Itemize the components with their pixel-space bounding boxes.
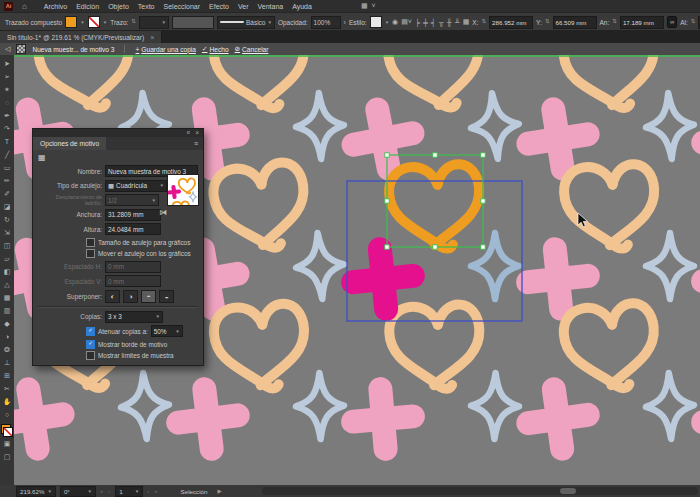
collapse-panel-icon[interactable]: «: [187, 130, 191, 137]
tool-rotate[interactable]: ↻: [0, 213, 14, 226]
tool-width[interactable]: ◫: [0, 239, 14, 252]
overlap-left-icon[interactable]: ◐: [105, 290, 120, 303]
show-edge-row[interactable]: ✓ Mostrar borde de motivo: [86, 340, 198, 349]
tool-shape-builder[interactable]: ◧: [0, 265, 14, 278]
cancel-button[interactable]: ⊘Cancelar: [235, 45, 269, 53]
document-setup-icon[interactable]: ▤˅: [401, 18, 412, 26]
stroke-none-swatch[interactable]: [88, 16, 100, 28]
tool-magic-wand[interactable]: ✶: [0, 83, 14, 96]
tool-pen[interactable]: ✒: [0, 109, 14, 122]
prev-artboard-icon[interactable]: ‹: [108, 488, 111, 494]
tool-zoom[interactable]: ○: [0, 408, 14, 421]
artboard-number-dropdown[interactable]: 1▼: [115, 486, 143, 497]
y-stepper[interactable]: ⇅: [545, 19, 550, 25]
tool-symbol-sprayer[interactable]: ❂: [0, 343, 14, 356]
tile-width-input[interactable]: 31.2809 mm: [105, 209, 161, 221]
size-tile-checkbox-row[interactable]: Tamaño de azulejo para gráficos: [86, 238, 198, 247]
size-tile-checkbox[interactable]: [86, 238, 95, 247]
variable-width-dropdown[interactable]: [172, 16, 214, 29]
dim-copies-dropdown[interactable]: 50% ▼: [151, 325, 183, 337]
show-bounds-row[interactable]: Mostrar límites de muestra: [86, 351, 198, 360]
draw-mode-icon[interactable]: ▣: [0, 437, 14, 450]
tile-type-dropdown[interactable]: ▦ Cuadrícula ▼: [105, 180, 167, 192]
menu-ayuda[interactable]: Ayuda: [292, 3, 312, 10]
tool-direct-selection[interactable]: ➢: [0, 70, 14, 83]
constrain-proportions-icon[interactable]: ∞: [667, 16, 677, 28]
tool-line-segment[interactable]: ╱: [0, 148, 14, 161]
status-flyout-icon[interactable]: ▶: [217, 488, 221, 494]
screen-mode-icon[interactable]: ▢: [0, 450, 14, 463]
tool-shaper[interactable]: ✐: [0, 187, 14, 200]
align-top-icon[interactable]: ╥: [439, 19, 444, 26]
tool-eraser[interactable]: ◪: [0, 200, 14, 213]
done-button[interactable]: ✓Hecho: [202, 45, 229, 53]
tool-column-graph[interactable]: ⊥: [0, 356, 14, 369]
link-dimensions-icon[interactable]: ⧒: [159, 208, 167, 217]
stroke-caret-icon[interactable]: ▼: [103, 20, 107, 25]
tool-artboard[interactable]: ⊞: [0, 369, 14, 382]
tool-lasso[interactable]: ◌: [0, 96, 14, 109]
dim-copies-checkbox[interactable]: ✓: [86, 327, 95, 336]
tool-hand[interactable]: ✋: [0, 395, 14, 408]
menu-objeto[interactable]: Objeto: [108, 3, 129, 10]
scrollbar-thumb[interactable]: [560, 488, 576, 494]
tool-blend[interactable]: ◑: [0, 330, 14, 343]
recolor-artwork-icon[interactable]: ◉: [392, 18, 398, 26]
fill-caret-icon[interactable]: ▼: [80, 20, 84, 25]
tool-rectangle[interactable]: ▭: [0, 161, 14, 174]
tool-scale[interactable]: ⇲: [0, 226, 14, 239]
document-tab[interactable]: Sin título-1* @ 219.61 % (CMYK/Previsual…: [0, 31, 162, 43]
align-middle-icon[interactable]: ╫: [447, 19, 452, 26]
panel-menu-icon[interactable]: ≡: [194, 140, 203, 147]
show-edge-checkbox[interactable]: ✓: [86, 340, 95, 349]
tool-curvature[interactable]: ↷: [0, 122, 14, 135]
move-tile-checkbox[interactable]: [86, 249, 95, 258]
menu-edicion[interactable]: Edición: [76, 3, 99, 10]
tool-mesh[interactable]: ▦: [0, 291, 14, 304]
tile-height-input[interactable]: 24.0484 mm: [105, 223, 161, 235]
opacity-dropdown[interactable]: 100%: [311, 16, 341, 29]
menu-archivo[interactable]: Archivo: [44, 3, 67, 10]
tool-eyedropper[interactable]: ◆: [0, 317, 14, 330]
fill-stroke-indicator[interactable]: [1, 424, 13, 437]
dim-copies-row[interactable]: ✓ Atenuar copias a: 50% ▼: [86, 325, 198, 337]
align-right-icon[interactable]: ╡: [431, 19, 436, 26]
tool-paintbrush[interactable]: ✏: [0, 174, 14, 187]
menu-efecto[interactable]: Efecto: [209, 3, 229, 10]
menu-ver[interactable]: Ver: [238, 3, 249, 10]
last-artboard-icon[interactable]: »: [154, 488, 158, 494]
menu-ventana[interactable]: Ventana: [257, 3, 283, 10]
rotation-dropdown[interactable]: 0°▼: [60, 486, 96, 497]
show-bounds-checkbox[interactable]: [86, 351, 95, 360]
opacity-more-icon[interactable]: ›: [344, 19, 346, 26]
width-stepper[interactable]: ⇅: [612, 19, 617, 25]
style-caret-icon[interactable]: ▼: [385, 20, 389, 25]
align-left-icon[interactable]: ╞: [415, 19, 420, 26]
fill-swatch[interactable]: [65, 16, 77, 28]
panel-tab-title[interactable]: Opciones de motivo: [33, 137, 106, 150]
stroke-weight-dropdown[interactable]: ▼: [139, 16, 169, 29]
y-field[interactable]: 66.509 mm: [553, 16, 597, 29]
reference-point-icon[interactable]: ▦: [463, 18, 470, 26]
overlap-bottom-icon[interactable]: ◒: [159, 290, 174, 303]
tool-free-transform[interactable]: ▱: [0, 252, 14, 265]
overlap-right-icon[interactable]: ◑: [123, 290, 138, 303]
tool-type[interactable]: T: [0, 135, 14, 148]
overlap-top-icon[interactable]: ◓: [141, 290, 156, 303]
pattern-tile-tool-icon[interactable]: ▦: [38, 153, 48, 162]
tool-perspective-grid[interactable]: △: [0, 278, 14, 291]
style-swatch[interactable]: [370, 16, 382, 28]
horizontal-scrollbar[interactable]: [262, 487, 698, 495]
x-field[interactable]: 286.952 mm: [489, 16, 533, 29]
stroke-stepper[interactable]: ⇅: [131, 19, 136, 25]
width-field[interactable]: 17.189 mm: [620, 16, 664, 29]
x-stepper[interactable]: ⇅: [482, 19, 487, 25]
menu-seleccionar[interactable]: Seleccionar: [164, 3, 201, 10]
align-center-icon[interactable]: ╪: [423, 19, 428, 26]
copies-dropdown[interactable]: 3 x 3 ▼: [105, 311, 163, 323]
tool-slice[interactable]: ✂: [0, 382, 14, 395]
zoom-dropdown[interactable]: 219.62%▼: [16, 486, 56, 497]
tab-close-icon[interactable]: ×: [150, 34, 154, 41]
height-stepper[interactable]: ⇅: [691, 19, 696, 25]
exit-pattern-mode-icon[interactable]: ◁: [5, 45, 10, 53]
